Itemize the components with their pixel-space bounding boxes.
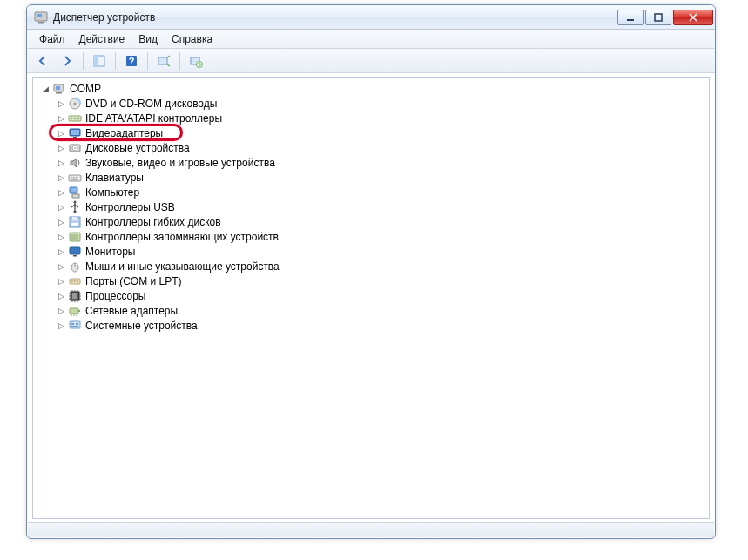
- system-icon: [68, 319, 82, 333]
- tree-category[interactable]: ▷DVD и CD-ROM дисководы: [35, 96, 707, 111]
- svg-rect-54: [71, 326, 78, 327]
- tree-category-label: Мониторы: [84, 246, 137, 258]
- cpu-icon: [68, 289, 82, 303]
- tree-category[interactable]: ▷Контроллеры гибких дисков: [35, 214, 707, 229]
- svg-point-45: [74, 280, 76, 282]
- svg-rect-49: [70, 308, 78, 314]
- port-icon: [68, 274, 82, 288]
- tree-category[interactable]: ▷Компьютер: [35, 185, 707, 199]
- help-button[interactable]: ?: [121, 51, 142, 71]
- tree-category-label: Процессоры: [84, 290, 148, 302]
- toolbar-separator: [83, 52, 84, 70]
- scan-hardware-button[interactable]: [153, 51, 174, 71]
- svg-rect-6: [94, 56, 98, 66]
- tree-category[interactable]: ▷Мыши и иные указывающие устройства: [35, 259, 707, 273]
- back-button[interactable]: [32, 51, 53, 71]
- close-button[interactable]: [673, 10, 713, 25]
- expand-icon[interactable]: ▷: [56, 128, 66, 138]
- menu-view[interactable]: Вид: [131, 31, 165, 47]
- expand-icon[interactable]: ▷: [56, 246, 66, 257]
- tree-category[interactable]: ▷Контроллеры USB: [35, 199, 707, 214]
- tree-category-label: Видеоадаптеры: [84, 127, 165, 139]
- update-driver-button[interactable]: [185, 51, 206, 71]
- menu-view-label: Вид: [138, 33, 158, 45]
- toolbar: ?: [27, 49, 715, 73]
- expand-icon[interactable]: ▷: [56, 217, 66, 227]
- expand-icon[interactable]: ▷: [56, 143, 66, 153]
- svg-rect-4: [655, 14, 662, 21]
- maximize-button[interactable]: [645, 10, 671, 25]
- tree-root-label: COMP: [68, 83, 103, 95]
- tree-category[interactable]: ▷Контроллеры запоминающих устройств: [35, 229, 707, 244]
- tree-category-label: Сетевые адаптеры: [84, 305, 179, 317]
- tree-category[interactable]: ▷Сетевые адаптеры: [35, 303, 707, 318]
- expand-icon[interactable]: ▷: [56, 320, 66, 331]
- svg-rect-13: [56, 86, 60, 90]
- expand-icon[interactable]: ▷: [56, 202, 66, 213]
- tree-root[interactable]: ◢COMP: [35, 81, 707, 96]
- tree-category-label: Системные устройства: [84, 320, 199, 332]
- tree-category[interactable]: ▷Дисковые устройства: [35, 140, 707, 155]
- expand-icon[interactable]: ▷: [56, 261, 66, 272]
- svg-rect-53: [76, 323, 78, 325]
- tree-category[interactable]: ▷Клавиатуры: [35, 170, 707, 185]
- minimize-button[interactable]: [617, 10, 644, 25]
- svg-rect-14: [56, 92, 62, 94]
- app-icon: [34, 10, 48, 24]
- toolbar-separator: [147, 52, 148, 70]
- svg-rect-18: [71, 118, 72, 119]
- svg-rect-38: [71, 223, 78, 226]
- display-icon: [68, 126, 82, 140]
- tree-category[interactable]: ▷Процессоры: [35, 288, 707, 303]
- expand-icon[interactable]: ▷: [56, 291, 66, 301]
- computer-icon: [68, 186, 82, 199]
- collapse-icon[interactable]: ◢: [40, 84, 51, 94]
- device-tree[interactable]: ◢COMP▷DVD и CD-ROM дисководы▷IDE ATA/ATA…: [33, 78, 709, 336]
- menu-action[interactable]: Действие: [72, 31, 132, 47]
- titlebar[interactable]: Диспетчер устройств: [27, 5, 715, 30]
- tree-category-label: Компьютер: [84, 186, 141, 199]
- toolbar-separator: [115, 52, 116, 70]
- keyboard-icon: [68, 171, 82, 185]
- show-hide-tree-button[interactable]: [89, 51, 110, 71]
- expand-icon[interactable]: ▷: [56, 172, 66, 183]
- svg-point-44: [71, 280, 73, 282]
- expand-icon[interactable]: ▷: [56, 113, 66, 124]
- svg-rect-28: [71, 177, 72, 179]
- svg-rect-35: [74, 211, 77, 213]
- tree-category[interactable]: ▷IDE ATA/ATAPI контроллеры: [35, 111, 707, 125]
- device-manager-window: Диспетчер устройств ФФайлайл Действие Ви…: [26, 4, 716, 539]
- toolbar-separator: [179, 52, 180, 70]
- svg-rect-32: [70, 187, 77, 193]
- tree-category-label: IDE ATA/ATAPI контроллеры: [84, 112, 224, 125]
- svg-rect-1: [37, 14, 42, 17]
- svg-text:?: ?: [129, 56, 135, 66]
- ide-icon: [68, 111, 82, 125]
- menu-help[interactable]: Справка: [165, 31, 219, 47]
- tree-category[interactable]: ▷Порты (COM и LPT): [35, 273, 707, 288]
- tree-category[interactable]: ▷Мониторы: [35, 244, 707, 259]
- forward-button[interactable]: [57, 51, 77, 71]
- usb-icon: [68, 200, 82, 214]
- svg-rect-20: [77, 118, 79, 119]
- svg-rect-23: [73, 137, 77, 138]
- expand-icon[interactable]: ▷: [56, 98, 66, 109]
- expand-icon[interactable]: ▷: [56, 276, 66, 287]
- tree-category[interactable]: ▷Звуковые, видео и игровые устройства: [35, 155, 707, 170]
- svg-rect-29: [73, 177, 75, 179]
- expand-icon[interactable]: ▷: [56, 187, 66, 198]
- expand-icon[interactable]: ▷: [56, 232, 66, 242]
- menu-file[interactable]: ФФайлайл: [32, 31, 72, 47]
- tree-category[interactable]: ▷Видеоадаптеры: [35, 125, 707, 140]
- menu-help-label: Справка: [172, 33, 212, 45]
- expand-icon[interactable]: ▷: [56, 158, 66, 168]
- tree-category-label: Порты (COM и LPT): [84, 275, 184, 287]
- expand-icon[interactable]: ▷: [56, 306, 66, 316]
- svg-rect-48: [72, 293, 77, 299]
- mouse-icon: [68, 260, 82, 273]
- disk-icon: [68, 141, 82, 155]
- svg-rect-22: [71, 130, 79, 135]
- tree-category-label: Клавиатуры: [84, 172, 145, 184]
- computer-icon: [52, 82, 66, 96]
- tree-category[interactable]: ▷Системные устройства: [35, 318, 707, 333]
